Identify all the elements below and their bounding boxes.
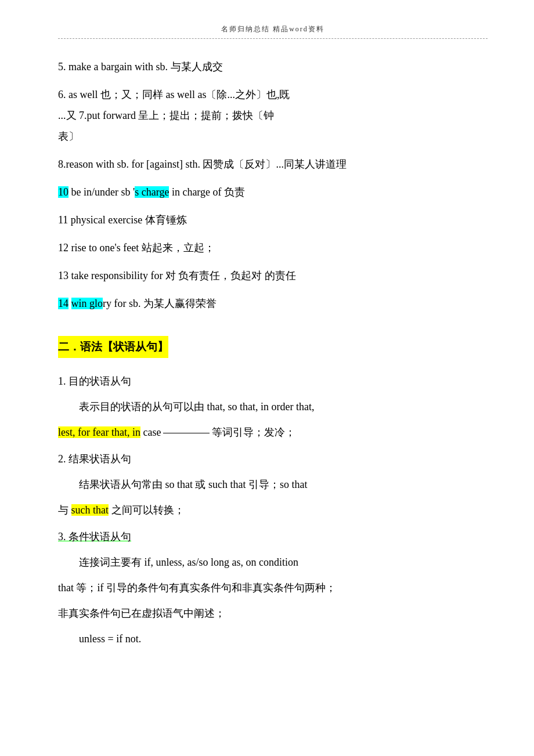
subsection-2-title: 2. 结果状语从句 — [58, 448, 488, 469]
item6-end: 表〕 — [58, 131, 79, 142]
subsection-3-body3: 非真实条件句已在虚拟语气中阐述； — [58, 603, 488, 624]
item14-label: 14 — [58, 298, 68, 309]
item14-highlight: win glo — [71, 298, 103, 309]
list-item-14: 14 win glory for sb. 为某人赢得荣誉 — [58, 293, 488, 314]
subsection-3-title: 3. 条件状语从句 — [58, 526, 488, 547]
subsection-3-body2: that 等；if 引导的条件句有真实条件句和非真实条件句两种； — [58, 577, 488, 598]
item14-text: ry for sb. 为某人赢得荣誉 — [103, 298, 217, 309]
list-item-13: 13 take responsibility for 对 负有责任，负起对 的责… — [58, 265, 488, 286]
list-item-11: 11 physical exercise 体育锤炼 — [58, 209, 488, 230]
list-item-10: 10 be in/under sb 's charge in charge of… — [58, 182, 488, 202]
subsection-2-body: 结果状语从句常由 so that 或 such that 引导；so that — [58, 474, 488, 495]
item10-highlight: s charge — [135, 186, 169, 198]
main-content: 5. make a bargain with sb. 与某人成交 6. as w… — [58, 56, 488, 649]
item10-text: be in/under sb ' — [71, 186, 135, 198]
subsection-1-body: 表示目的状语的从句可以由 that, so that, in order tha… — [58, 396, 488, 417]
highlight-such-that: such that — [71, 504, 109, 516]
subsection-1-body2: lest, for fear that, in case等词引导；发冷； — [58, 422, 488, 443]
grammar-section-title: 二．语法【状语从句】 — [58, 336, 168, 358]
subsection-2-body2: 与 such that 之间可以转换； — [58, 500, 488, 520]
item6-cont: ...又 7.put forward 呈上；提出；提前；拨快〔钟 — [58, 110, 274, 121]
subsection-3: 3. 条件状语从句 连接词主要有 if, unless, as/so long … — [58, 526, 488, 649]
header-text: 名师归纳总结 精品word资料 — [221, 25, 324, 33]
item10-text2: in charge of 负责 — [169, 186, 245, 198]
page-header: 名师归纳总结 精品word资料 — [58, 23, 488, 39]
item10-label: 10 — [58, 186, 68, 198]
subsection-1-title: 1. 目的状语从句 — [58, 371, 488, 392]
list-item-5: 5. make a bargain with sb. 与某人成交 — [58, 56, 488, 77]
grammar-title-container: 二．语法【状语从句】 — [58, 324, 488, 364]
highlight-lest: lest, for fear that, in — [58, 426, 140, 438]
item13-text: 13 take responsibility for 对 负有责任，负起对 的责… — [58, 270, 296, 281]
item12-text: 12 rise to one's feet 站起来，立起； — [58, 242, 215, 254]
subsection-1: 1. 目的状语从句 表示目的状语的从句可以由 that, so that, in… — [58, 371, 488, 443]
item11-text: 11 physical exercise 体育锤炼 — [58, 214, 187, 226]
item6-text: 6. as well 也；又；同样 as well as〔除...之外〕也,既 — [58, 89, 290, 100]
list-item-8: 8.reason with sb. for [against] sth. 因赞成… — [58, 154, 488, 175]
subsection-2: 2. 结果状语从句 结果状语从句常由 so that 或 such that 引… — [58, 448, 488, 520]
subsection-3-body1: 连接词主要有 if, unless, as/so long as, on con… — [58, 552, 488, 573]
item8-text: 8.reason with sb. for [against] sth. 因赞成… — [58, 158, 347, 170]
list-item-12: 12 rise to one's feet 站起来，立起； — [58, 237, 488, 258]
subsection-3-body4: unless = if not. — [58, 628, 488, 649]
item5-text: 5. make a bargain with sb. 与某人成交 — [58, 61, 223, 73]
list-item-6: 6. as well 也；又；同样 as well as〔除...之外〕也,既 … — [58, 84, 488, 147]
